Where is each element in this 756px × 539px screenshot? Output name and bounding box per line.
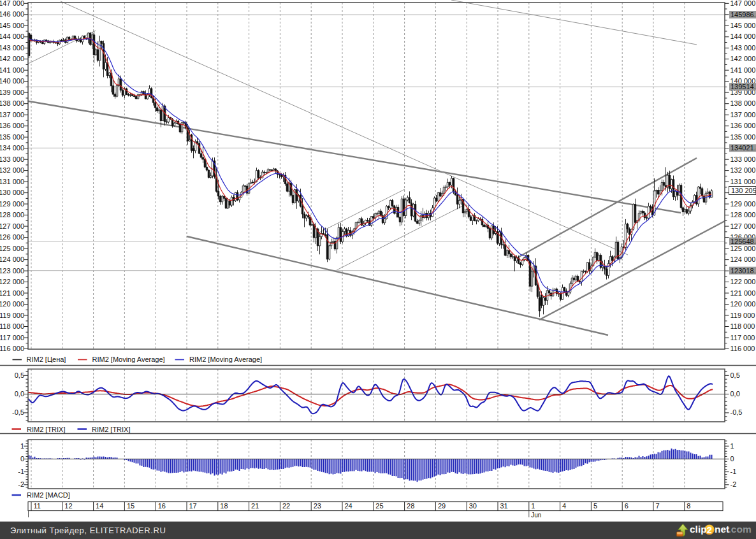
svg-text:128 000: 128 000 [0,211,24,219]
svg-text:145 000: 145 000 [0,22,24,29]
svg-text:134 000: 134 000 [0,144,24,152]
svg-text:22: 22 [282,502,290,510]
svg-text:142 000: 142 000 [0,55,24,62]
svg-text:141 000: 141 000 [0,66,24,74]
svg-text:5: 5 [593,502,597,510]
svg-text:125 000: 125 000 [0,245,24,252]
svg-text:118 000: 118 000 [0,322,24,330]
svg-text:130 205: 130 205 [731,187,756,194]
svg-text:143 000: 143 000 [731,44,756,52]
svg-text:21: 21 [251,502,259,510]
svg-text:-2: -2 [18,480,24,488]
svg-text:1: 1 [531,502,535,510]
svg-text:143 000: 143 000 [0,44,24,52]
svg-text:147 000: 147 000 [731,0,756,7]
svg-text:0: 0 [20,455,24,463]
svg-text:1: 1 [731,442,734,450]
svg-text:136 000: 136 000 [731,122,756,129]
svg-text:23: 23 [314,502,321,510]
svg-text:138 000: 138 000 [731,99,756,107]
svg-text:130 000: 130 000 [0,189,24,196]
svg-text:129 000: 129 000 [0,200,24,208]
svg-text:16: 16 [158,502,166,510]
svg-text:30: 30 [469,502,477,510]
svg-text:129 000: 129 000 [731,200,756,208]
svg-text:124 000: 124 000 [0,255,24,263]
svg-text:135 000: 135 000 [731,133,756,141]
svg-text:31: 31 [500,502,508,510]
svg-text:117 000: 117 000 [731,334,755,341]
svg-text:127 000: 127 000 [731,222,756,230]
svg-text:Элитный Трейдер, ELITETRADER.R: Элитный Трейдер, ELITETRADER.RU [10,526,166,535]
svg-text:.com: .com [729,524,752,535]
svg-text:14: 14 [96,502,103,510]
svg-text:0,5: 0,5 [15,371,24,379]
svg-text:137 000: 137 000 [731,111,756,119]
svg-text:120 000: 120 000 [0,300,24,308]
svg-text:119 000: 119 000 [731,312,755,319]
svg-text:122 000: 122 000 [0,278,24,285]
svg-text:Jun: Jun [531,512,541,519]
svg-text:141 000: 141 000 [731,66,756,74]
svg-text:131 000: 131 000 [0,178,24,185]
svg-text:116 000: 116 000 [731,345,755,352]
svg-text:147 000: 147 000 [0,0,24,7]
svg-text:132 000: 132 000 [0,166,24,174]
svg-text:6: 6 [625,502,629,510]
svg-text:1: 1 [20,442,24,450]
svg-text:12: 12 [64,502,72,510]
svg-text:128 000: 128 000 [731,211,756,219]
svg-text:131 000: 131 000 [731,178,756,185]
svg-text:-1: -1 [731,468,737,475]
svg-text:121 000: 121 000 [0,289,24,297]
svg-text:145 000: 145 000 [731,22,756,29]
svg-text:135 000: 135 000 [0,133,24,141]
svg-text:-2: -2 [731,480,737,488]
svg-text:142 000: 142 000 [731,55,756,62]
svg-text:117 000: 117 000 [0,334,24,341]
svg-text:11: 11 [34,502,41,510]
svg-text:123 000: 123 000 [0,267,24,275]
svg-text:146 000: 146 000 [0,10,24,18]
svg-text:139514.7: 139514.7 [731,83,756,90]
svg-text:138 000: 138 000 [0,99,24,107]
svg-text:123018.2: 123018.2 [731,267,756,275]
svg-text:-0,5: -0,5 [731,408,743,416]
svg-text:134021.4: 134021.4 [731,144,756,152]
svg-text:7: 7 [656,502,660,510]
svg-text:8: 8 [687,502,690,510]
svg-text:15: 15 [127,502,134,510]
svg-text:116 000: 116 000 [0,345,24,352]
svg-text:-1: -1 [18,468,24,475]
svg-text:140 000: 140 000 [0,77,24,85]
svg-text:clip: clip [690,524,707,535]
svg-text:133 000: 133 000 [0,155,24,163]
svg-text:118 000: 118 000 [731,322,755,330]
svg-text:139 000: 139 000 [0,89,24,96]
svg-text:122 000: 122 000 [731,278,756,285]
svg-text:144 000: 144 000 [731,32,756,40]
svg-text:29: 29 [438,502,446,510]
svg-text:120 000: 120 000 [731,300,756,308]
svg-text:RIM2 [Moving Average]: RIM2 [Moving Average] [92,356,165,363]
svg-text:25: 25 [375,502,383,510]
svg-text:0,0: 0,0 [731,390,740,398]
svg-text:125 000: 125 000 [731,245,756,252]
svg-text:125648.4: 125648.4 [731,238,756,245]
svg-text:132 000: 132 000 [731,166,756,174]
svg-text:24: 24 [345,502,353,510]
svg-text:145986.8: 145986.8 [731,11,756,18]
svg-text:RIM2 [MACD]: RIM2 [MACD] [27,491,70,499]
svg-text:2: 2 [707,525,712,535]
svg-text:119 000: 119 000 [0,312,24,319]
svg-text:144 000: 144 000 [0,32,24,40]
svg-text:17: 17 [189,502,197,510]
svg-text:0,0: 0,0 [15,390,24,398]
svg-text:121 000: 121 000 [731,289,756,297]
svg-text:0: 0 [731,455,734,463]
svg-text:18: 18 [220,502,228,510]
svg-text:126 000: 126 000 [0,233,24,241]
svg-text:4: 4 [562,502,566,510]
svg-text:133 000: 133 000 [731,155,756,163]
svg-text:RIM2 [TRIX]: RIM2 [TRIX] [27,426,66,433]
